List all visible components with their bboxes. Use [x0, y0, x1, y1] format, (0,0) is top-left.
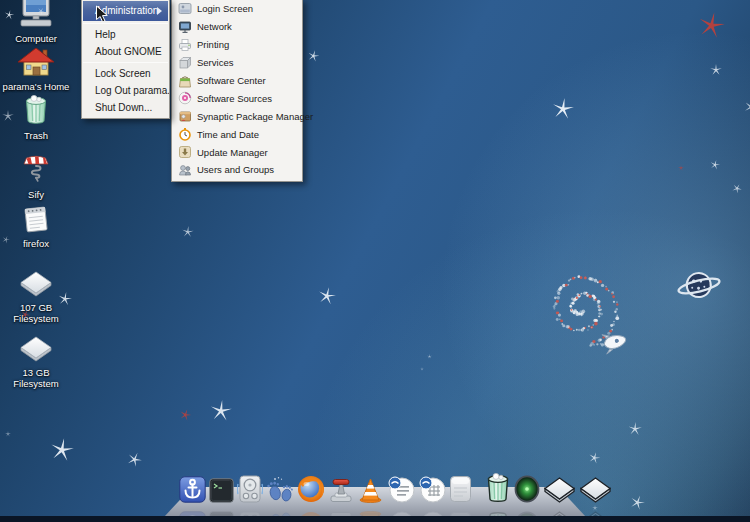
menu-item-about-gnome[interactable]: About GNOME: [82, 43, 169, 60]
desktop-icon-label: Computer: [0, 33, 72, 44]
submenu-item-label: Software Center: [197, 75, 266, 86]
drive-icon: [579, 477, 612, 503]
terminal-icon: [209, 478, 234, 503]
menu-separator: [83, 62, 168, 63]
submenu-item-label: Login Screen: [197, 3, 253, 14]
star-icon: [710, 62, 722, 74]
rocket-icon: [598, 329, 630, 355]
notes-icon: [21, 205, 51, 237]
star-icon: [678, 157, 684, 163]
menu-item-help[interactable]: Help: [82, 26, 169, 43]
desktop-icon-13gb-filesystem[interactable]: 13 GB Filesystem: [0, 335, 72, 389]
star-icon: [125, 450, 145, 470]
desktop-icon-label: 107 GB Filesystem: [0, 302, 72, 324]
dock-item-trash[interactable]: [485, 473, 511, 507]
submenu-item-services[interactable]: Services: [172, 54, 302, 72]
star-icon: [420, 357, 424, 361]
star-icon: [710, 155, 722, 167]
printer-icon: [178, 38, 192, 52]
submenu-item-users-and-groups[interactable]: Users and Groups: [172, 161, 302, 179]
menu-item-shut-down[interactable]: Shut Down...: [82, 99, 169, 116]
desktop-icon-label: firefox: [0, 238, 72, 249]
dock-item-package[interactable]: [449, 475, 472, 507]
firefox-icon: [297, 475, 325, 503]
trash-icon: [485, 473, 511, 503]
calc-icon: [418, 475, 446, 503]
star-icon: [628, 493, 647, 512]
clock-icon: [178, 127, 192, 141]
submenu-item-label: Printing: [197, 39, 229, 50]
star-icon: [427, 345, 432, 350]
menu-item-label: Administration: [95, 5, 158, 16]
dock-item-firefox[interactable]: [297, 475, 325, 507]
star-icon: [307, 47, 322, 62]
update-manager-icon: [178, 145, 192, 159]
submenu-arrow-icon: [157, 7, 162, 15]
dock-item-radar-sphere[interactable]: [514, 475, 540, 507]
desktop-icon-label: Trash: [0, 130, 72, 141]
dock-item-terminal[interactable]: [209, 478, 234, 507]
dock-item-filesystem-drive-1[interactable]: [543, 477, 576, 507]
star-icon: [742, 98, 750, 116]
submenu-item-label: Synaptic Package Manager: [197, 111, 313, 122]
dock-item-openoffice-calc[interactable]: [418, 475, 446, 507]
submenu-item-update-manager[interactable]: Update Manager: [172, 143, 302, 161]
drive-icon: [543, 477, 576, 503]
speaker-icon: [237, 475, 263, 503]
desktop-icon-home[interactable]: parama's Home: [0, 48, 72, 92]
dock-item-lever-switch[interactable]: [328, 477, 354, 507]
radar-sphere-icon: [514, 475, 540, 503]
desktop: Computer parama's Home: [0, 0, 750, 522]
star-icon: [178, 405, 193, 420]
submenu-item-synaptic[interactable]: Synaptic Package Manager: [172, 107, 302, 125]
star-icon: [181, 223, 194, 236]
dock-item-filesystem-drive-2[interactable]: [579, 477, 612, 507]
home-icon: [16, 48, 56, 80]
star-icon: [551, 97, 576, 122]
vlc-cone-icon: [357, 477, 384, 503]
dock-item-footprints[interactable]: [266, 476, 294, 507]
menu-separator: [83, 23, 168, 24]
dock-item-openoffice-writer[interactable]: [387, 475, 415, 507]
dock-item-vlc[interactable]: [357, 477, 384, 507]
screen-bottom-edge: [0, 516, 750, 522]
submenu-item-network[interactable]: Network: [172, 18, 302, 36]
submenu-item-software-sources[interactable]: Software Sources: [172, 89, 302, 107]
submenu-item-label: Update Manager: [197, 147, 268, 158]
users-groups-icon: [178, 163, 192, 177]
menu-item-lock-screen[interactable]: Lock Screen: [82, 65, 169, 82]
submenu-item-label: Services: [197, 57, 233, 68]
submenu-item-label: Network: [197, 21, 232, 32]
desktop-icon-firefox-notes[interactable]: firefox: [0, 205, 72, 249]
menu-item-log-out[interactable]: Log Out parama...: [82, 82, 169, 99]
desktop-icon-label: Sify: [0, 189, 72, 200]
dock-item-docky-anchor[interactable]: [179, 476, 206, 507]
network-icon: [178, 20, 192, 34]
services-icon: [178, 56, 192, 70]
footprints-icon: [266, 476, 294, 503]
menu-item-administration[interactable]: Administration: [83, 1, 168, 21]
software-center-icon: [178, 74, 192, 88]
submenu-item-login-screen[interactable]: Login Screen: [172, 0, 302, 18]
star-icon: [48, 436, 76, 464]
dock-item-media-player[interactable]: [237, 475, 263, 507]
submenu-item-printing[interactable]: Printing: [172, 36, 302, 54]
submenu-item-time-and-date[interactable]: Time and Date: [172, 125, 302, 143]
galaxy-spiral: [535, 258, 635, 368]
drive-icon: [18, 270, 54, 301]
lever-switch-icon: [328, 477, 354, 503]
login-screen-icon: [178, 2, 192, 16]
desktop-icon-label: parama's Home: [0, 81, 72, 92]
computer-icon: [17, 0, 55, 32]
desktop-icon-107gb-filesystem[interactable]: 107 GB Filesystem: [0, 270, 72, 324]
desktop-icon-sify[interactable]: Sify: [0, 154, 72, 200]
submenu-item-label: Users and Groups: [197, 164, 274, 175]
desktop-icon-computer[interactable]: Computer: [0, 0, 72, 44]
star-icon: [209, 399, 233, 423]
drive-icon: [18, 335, 54, 366]
submenu-item-software-center[interactable]: Software Center: [172, 72, 302, 90]
anchor-icon: [179, 476, 206, 503]
system-menu: Administration Help About GNOME Lock Scr…: [81, 0, 170, 119]
trash-icon: [22, 95, 50, 129]
desktop-icon-trash[interactable]: Trash: [0, 95, 72, 141]
